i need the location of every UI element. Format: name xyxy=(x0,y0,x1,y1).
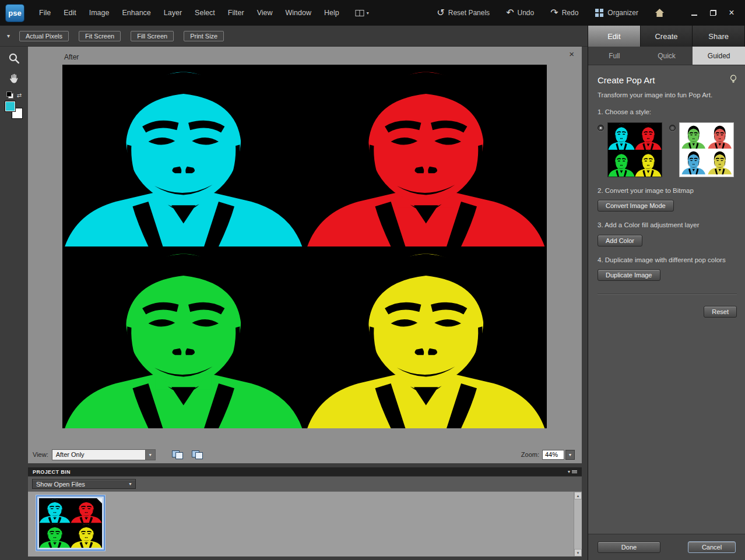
redo-button[interactable]: ↷ Redo xyxy=(550,8,578,17)
restore-button[interactable] xyxy=(705,6,721,19)
color-swatches xyxy=(5,101,23,119)
zoom-tool[interactable] xyxy=(8,52,20,67)
arrange-windows-button[interactable]: ▾ xyxy=(355,9,369,17)
style2-thumbnail[interactable] xyxy=(679,122,734,177)
menu-filter[interactable]: Filter xyxy=(222,0,251,26)
redo-icon: ↷ xyxy=(550,8,558,17)
bin-filter-value: Show Open Files xyxy=(33,481,128,488)
open-file-thumbnail[interactable] xyxy=(36,495,105,551)
panel-footer: Done Cancel xyxy=(588,534,745,560)
bin-filter-dropdown[interactable]: Show Open Files ▼ xyxy=(32,479,136,489)
subtab-guided[interactable]: Guided xyxy=(693,47,745,65)
hand-tool[interactable] xyxy=(8,73,20,87)
menu-select[interactable]: Select xyxy=(188,0,222,26)
actual-pixels-button[interactable]: Actual Pixels xyxy=(19,31,69,41)
step4-label: 4. Duplicate image with different pop co… xyxy=(598,256,737,265)
project-bin-title: PROJECT BIN xyxy=(33,469,71,475)
page-curl-icon xyxy=(97,498,102,503)
menu-view[interactable]: View xyxy=(251,0,279,26)
zoom-controls: Zoom: 44% ▼ xyxy=(521,450,575,460)
after-label: After xyxy=(64,53,79,61)
thumb-quadrant-cyan xyxy=(39,498,71,523)
bin-scrollbar[interactable]: ▲ ▼ xyxy=(574,492,582,557)
window-controls: × xyxy=(687,6,739,19)
swap-colors-icon[interactable]: ⇄ xyxy=(17,92,22,98)
edit-mode-subtabs: Full Quick Guided xyxy=(588,47,745,65)
fit-screen-button[interactable]: Fit Screen xyxy=(79,31,121,41)
reset-panels-label: Reset Panels xyxy=(448,9,490,17)
tab-share[interactable]: Share xyxy=(693,26,745,47)
step2-label: 2. Convert your image to Bitmap xyxy=(598,186,737,196)
scroll-up-icon[interactable]: ▲ xyxy=(574,492,582,499)
menu-enhance[interactable]: Enhance xyxy=(115,0,157,26)
panel-menu-icon xyxy=(572,470,577,474)
style1-radio[interactable] xyxy=(598,125,604,131)
default-colors-icon[interactable] xyxy=(6,91,13,98)
style2-radio[interactable] xyxy=(669,125,676,131)
arrange-windows-icon xyxy=(355,9,364,17)
menu-window[interactable]: Window xyxy=(279,0,318,26)
redo-label: Redo xyxy=(562,9,579,17)
print-size-button[interactable]: Print Size xyxy=(184,31,224,41)
project-bin-toolbar: Show Open Files ▼ xyxy=(28,476,582,491)
scroll-down-icon[interactable]: ▼ xyxy=(574,549,582,557)
menu-edit[interactable]: Edit xyxy=(57,0,83,26)
menu-help[interactable]: Help xyxy=(318,0,346,26)
project-bin-header[interactable]: PROJECT BIN ▾ xyxy=(28,467,582,476)
layout-toggle-horizontal-icon[interactable] xyxy=(171,449,185,460)
fill-screen-button[interactable]: Fill Screen xyxy=(131,31,174,41)
workspace: ▾ Actual Pixels Fit Screen Fill Screen P… xyxy=(0,26,588,560)
subtab-quick[interactable]: Quick xyxy=(641,47,693,65)
home-icon xyxy=(655,8,665,17)
menu-image[interactable]: Image xyxy=(83,0,116,26)
guided-edit-body: Create Pop Art Transform your image into… xyxy=(588,65,745,534)
tab-edit[interactable]: Edit xyxy=(588,26,641,47)
layout-toggle-vertical-icon[interactable] xyxy=(191,449,205,460)
menu-file[interactable]: File xyxy=(33,0,57,26)
view-mode-dropdown[interactable]: After Only ▼ xyxy=(52,449,156,460)
zoom-value-input[interactable]: 44% xyxy=(542,450,564,460)
undo-button[interactable]: ↶ Undo xyxy=(506,8,534,17)
color-swatch-controls: ⇄ xyxy=(6,91,22,98)
chevron-down-icon: ▼ xyxy=(128,482,135,486)
project-bin-content: ▲ ▼ xyxy=(28,491,582,557)
close-icon: × xyxy=(729,8,734,18)
subtab-full[interactable]: Full xyxy=(588,47,641,65)
add-color-button[interactable]: Add Color xyxy=(598,235,642,246)
tab-create[interactable]: Create xyxy=(641,26,693,47)
style-chooser xyxy=(598,122,737,177)
close-image-icon[interactable]: × xyxy=(569,50,574,58)
view-mode-value: After Only xyxy=(52,450,145,460)
style1-quadrant-green xyxy=(608,150,635,177)
style2-quadrant-red xyxy=(708,125,732,149)
chevron-down-icon[interactable]: ▼ xyxy=(145,450,155,460)
cancel-button[interactable]: Cancel xyxy=(688,541,736,553)
zoom-tool-icon xyxy=(8,52,20,65)
project-bin-panel: PROJECT BIN ▾ Show Open Files ▼ xyxy=(28,467,582,557)
page-title: Create Pop Art xyxy=(598,75,655,85)
reset-panels-button[interactable]: ↺ Reset Panels xyxy=(437,8,490,17)
view-options-toolbar: ▾ Actual Pixels Fit Screen Fill Screen P… xyxy=(0,26,588,47)
menu-layer[interactable]: Layer xyxy=(157,0,188,26)
duplicate-image-button[interactable]: Duplicate Image xyxy=(598,269,660,281)
project-bin-menu-button[interactable]: ▾ xyxy=(568,469,577,474)
zoom-dropdown-icon[interactable]: ▼ xyxy=(565,450,575,460)
pop-quadrant-green xyxy=(62,246,305,428)
task-panel: Edit Create Share Full Quick Guided Crea… xyxy=(588,26,745,560)
minimize-button[interactable] xyxy=(687,6,702,19)
help-lightbulb-icon[interactable] xyxy=(730,75,737,86)
pse-logo: pse xyxy=(6,5,24,22)
close-button[interactable]: × xyxy=(724,6,739,19)
foreground-color-swatch[interactable] xyxy=(5,101,16,112)
toolbar-flyout-icon[interactable]: ▾ xyxy=(7,33,10,39)
organizer-button[interactable]: Organizer xyxy=(595,8,638,17)
style1-thumbnail[interactable] xyxy=(607,122,662,177)
undo-label: Undo xyxy=(518,9,535,17)
convert-image-mode-button[interactable]: Convert Image Mode xyxy=(598,200,674,212)
hand-tool-icon xyxy=(8,73,20,84)
home-button[interactable] xyxy=(655,8,665,17)
reset-button[interactable]: Reset xyxy=(704,306,737,318)
style1-quadrant-red xyxy=(635,123,662,150)
step3-label: 3. Add a Color fill adjustment layer xyxy=(598,221,737,230)
done-button[interactable]: Done xyxy=(598,541,660,553)
